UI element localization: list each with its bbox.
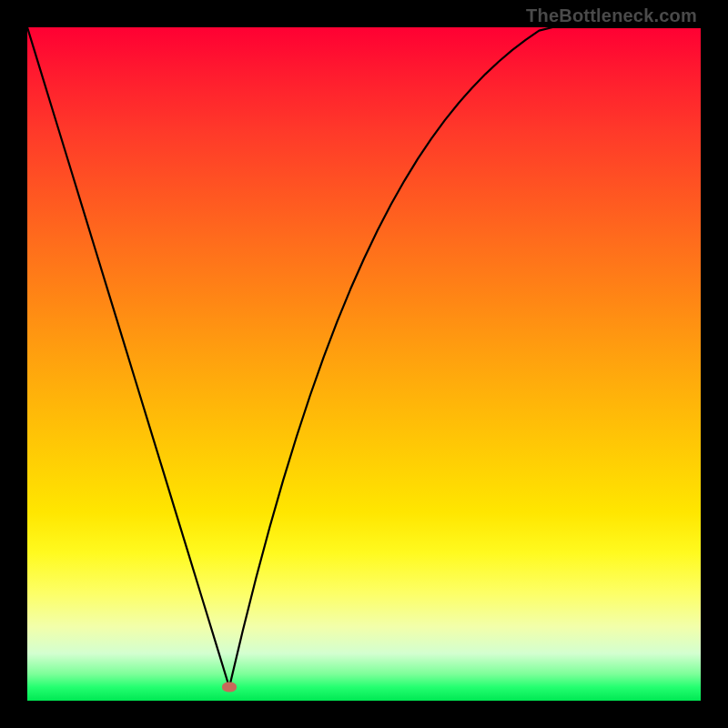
- plot-area: [27, 27, 701, 701]
- chart-frame: TheBottleneck.com: [0, 0, 728, 728]
- watermark-text: TheBottleneck.com: [526, 5, 697, 26]
- minimum-marker: [222, 682, 237, 693]
